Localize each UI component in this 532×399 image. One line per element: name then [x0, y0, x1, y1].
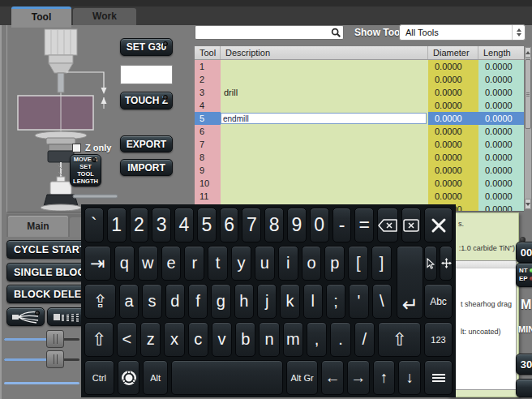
- table-row[interactable]: 20.00000.0000: [195, 73, 524, 86]
- numeric-layout-key[interactable]: 123: [424, 322, 453, 357]
- tab-work[interactable]: Work: [73, 8, 136, 25]
- keyboard-key[interactable]: a: [119, 284, 139, 319]
- touch-z-button[interactable]: TOUCH Z: [120, 92, 173, 109]
- keyboard-key[interactable]: g: [211, 284, 230, 319]
- keyboard-key[interactable]: -: [332, 208, 352, 242]
- table-row[interactable]: 100.00000.0000: [195, 177, 524, 190]
- keyboard-key[interactable]: p: [324, 246, 345, 281]
- pointer-mode-key[interactable]: [424, 246, 437, 281]
- spindle-override-slider[interactable]: [4, 350, 79, 368]
- header-description[interactable]: Description: [221, 46, 428, 59]
- keyboard-key[interactable]: <: [117, 322, 137, 357]
- keyboard-key[interactable]: j: [257, 284, 277, 319]
- keyboard-key[interactable]: ;: [326, 284, 345, 319]
- keyboard-key[interactable]: i: [278, 246, 298, 281]
- header-length[interactable]: Length: [478, 46, 524, 59]
- keyboard-key[interactable]: f: [188, 284, 208, 319]
- enter-key[interactable]: ↵: [397, 246, 423, 319]
- keyboard-key[interactable]: x: [164, 322, 184, 357]
- close-keyboard-key[interactable]: [424, 208, 453, 242]
- edge-button-00[interactable]: 00: [516, 242, 532, 263]
- keyboard-key[interactable]: 0: [310, 208, 329, 242]
- keyboard-key[interactable]: l: [303, 284, 323, 319]
- space-key[interactable]: [171, 360, 283, 395]
- caps-lock-key[interactable]: ⇪: [84, 284, 116, 319]
- keyboard-key[interactable]: ,: [307, 322, 327, 357]
- search-input[interactable]: [197, 27, 330, 40]
- keyboard-key[interactable]: d: [165, 284, 185, 319]
- table-row-selected[interactable]: 5 0.0000 0.0000: [195, 112, 524, 125]
- arrow-down-key[interactable]: ↓: [398, 360, 421, 395]
- keyboard-key[interactable]: n: [259, 322, 279, 357]
- set-g30-button[interactable]: SET G30: [120, 38, 173, 56]
- description-edit-input[interactable]: [221, 113, 427, 124]
- ctrl-key[interactable]: Ctrl: [84, 360, 114, 395]
- keyboard-key[interactable]: \: [372, 284, 392, 319]
- z-only-checkbox[interactable]: [72, 144, 81, 152]
- keyboard-key[interactable]: =: [354, 208, 374, 242]
- keyboard-key[interactable]: c: [188, 322, 208, 357]
- table-row[interactable]: 40.00000.0000: [195, 99, 524, 112]
- edge-button-partial[interactable]: [516, 379, 532, 397]
- keyboard-key[interactable]: .: [330, 322, 350, 357]
- tab-main[interactable]: Main: [8, 216, 68, 237]
- keyboard-key[interactable]: t: [208, 246, 228, 281]
- keyboard-key[interactable]: q: [114, 246, 135, 281]
- keyboard-key[interactable]: y: [231, 246, 251, 281]
- tool-touch-entry[interactable]: [120, 65, 173, 84]
- shift-left-key[interactable]: ⇧: [84, 322, 114, 357]
- keyboard-key[interactable]: 5: [197, 208, 217, 242]
- scrollbar-thumb[interactable]: [525, 59, 531, 129]
- scroll-down-button[interactable]: [525, 199, 531, 209]
- keyboard-key[interactable]: o: [302, 246, 322, 281]
- move-set-tool-length-button[interactable]: MOVE & SET TOOL LENGTH: [70, 154, 101, 187]
- maxvel-slider-track[interactable]: [4, 382, 79, 384]
- header-tool[interactable]: Tool: [195, 46, 221, 59]
- coolant-button[interactable]: [6, 307, 45, 326]
- keyboard-key[interactable]: 9: [287, 208, 307, 242]
- arrow-left-key[interactable]: ←: [321, 360, 344, 395]
- keyboard-key[interactable]: [: [348, 246, 368, 281]
- keyboard-key[interactable]: 1: [107, 208, 127, 242]
- keyboard-key[interactable]: k: [280, 284, 299, 319]
- keyboard-key[interactable]: 4: [174, 208, 194, 242]
- stepper-icon[interactable]: [512, 25, 525, 40]
- keyboard-key[interactable]: h: [234, 284, 254, 319]
- keyboard-key[interactable]: r: [184, 246, 204, 281]
- alt-key[interactable]: Alt: [143, 360, 167, 395]
- table-row[interactable]: 3drill0.00000.0000: [195, 86, 524, 99]
- abc-layout-key[interactable]: Abc: [424, 284, 453, 319]
- tab-key[interactable]: ⇥: [84, 246, 111, 281]
- table-row[interactable]: 90.00000.0000: [195, 164, 524, 177]
- edge-button-30[interactable]: 30: [516, 354, 532, 375]
- scroll-up-button[interactable]: [525, 47, 531, 58]
- keyboard-key[interactable]: m: [283, 322, 303, 357]
- keyboard-key[interactable]: v: [212, 322, 232, 357]
- table-scrollbar[interactable]: [524, 46, 532, 210]
- super-key[interactable]: [118, 360, 140, 395]
- keyboard-key[interactable]: s: [142, 284, 161, 319]
- keyboard-key[interactable]: `: [84, 208, 104, 242]
- feed-override-slider[interactable]: [4, 330, 79, 348]
- keyboard-key[interactable]: z: [140, 322, 161, 357]
- import-button[interactable]: IMPORT: [120, 159, 173, 176]
- keyboard-key[interactable]: 3: [152, 208, 171, 242]
- keyboard-key[interactable]: 8: [264, 208, 284, 242]
- table-row[interactable]: 110.00000.0000: [195, 190, 524, 203]
- keyboard-key[interactable]: /: [354, 322, 375, 357]
- export-button[interactable]: EXPORT: [120, 135, 173, 152]
- header-diameter[interactable]: Diameter: [428, 46, 478, 59]
- keyboard-key[interactable]: ': [349, 284, 368, 319]
- slider-handle[interactable]: [46, 350, 64, 368]
- keyboard-key[interactable]: u: [255, 246, 275, 281]
- edge-button-nt-ep[interactable]: NT EP: [516, 263, 532, 287]
- table-row[interactable]: 80.00000.0000: [195, 151, 524, 164]
- arrow-up-key[interactable]: ↑: [373, 360, 396, 395]
- keyboard-key[interactable]: 6: [220, 208, 239, 242]
- move-keyboard-key[interactable]: [440, 246, 453, 281]
- table-row[interactable]: 10.00000.0000: [195, 60, 524, 73]
- dropdown-item[interactable]: t shearhog drag: [461, 300, 512, 308]
- backspace-key[interactable]: [377, 208, 398, 242]
- table-row[interactable]: 70.00000.0000: [195, 138, 524, 151]
- slider-handle[interactable]: [46, 330, 64, 348]
